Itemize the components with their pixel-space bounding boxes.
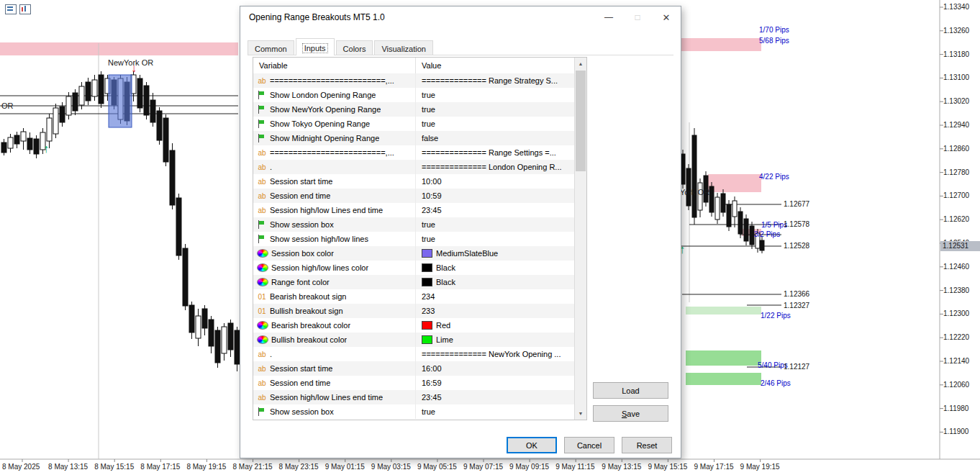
variable-value[interactable]: 10:00 xyxy=(416,174,574,189)
variable-value[interactable]: ============== Range Strategy S... xyxy=(416,73,574,88)
input-row[interactable]: Show session high/low linestrue xyxy=(253,232,574,246)
candle-body xyxy=(8,137,13,148)
chart-window-icon[interactable] xyxy=(19,4,31,14)
variable-value[interactable]: 233 xyxy=(416,304,574,318)
variable-name: =========================,... xyxy=(270,76,394,85)
value-text: Black xyxy=(436,278,455,286)
input-row[interactable]: Show Midnight Opening Rangefalse xyxy=(253,131,574,145)
input-row[interactable]: abSession start time10:00 xyxy=(253,174,574,189)
color-swatch xyxy=(422,335,432,344)
icon-bar xyxy=(24,6,26,12)
variable-name: =========================,... xyxy=(270,148,394,157)
close-icon[interactable]: ✕ xyxy=(652,6,681,28)
maximize-icon: □ xyxy=(623,6,652,28)
input-row[interactable]: 01Bullish breakout sign233 xyxy=(253,304,574,318)
load-button[interactable]: Load xyxy=(593,382,668,399)
value-text: ============== Range Settings =... xyxy=(422,148,556,157)
input-row[interactable]: abSession high/low Lines end time23:45 xyxy=(253,203,574,217)
input-row[interactable]: 01Bearish breakout sign234 xyxy=(253,289,574,304)
input-row[interactable]: Bullish breakout colorLime xyxy=(253,332,574,347)
minimize-icon[interactable]: — xyxy=(594,6,623,28)
color-wheel-icon xyxy=(257,335,268,344)
variable-value[interactable]: 16:59 xyxy=(416,376,574,390)
reset-button[interactable]: Reset xyxy=(622,437,672,453)
table-header: Variable Value xyxy=(253,58,586,74)
candle-body xyxy=(189,305,194,332)
variable-name: Session box color xyxy=(271,249,334,258)
candle-body xyxy=(698,183,702,210)
tab-common[interactable]: Common xyxy=(248,40,294,55)
dialog-titlebar[interactable]: Opening Range Breakouts MT5 1.0 — □ ✕ xyxy=(240,6,681,28)
chart-list-icon[interactable] xyxy=(5,4,17,14)
variable-value[interactable]: false xyxy=(416,131,574,145)
variable-value[interactable]: ============== London Opening R... xyxy=(416,160,574,174)
scroll-up-icon[interactable]: ▲ xyxy=(575,58,586,70)
candle-body xyxy=(709,186,714,212)
variable-value[interactable]: true xyxy=(416,404,574,419)
cancel-button[interactable]: Cancel xyxy=(564,437,614,453)
input-row[interactable]: ab=========================,...=========… xyxy=(253,145,574,160)
inputs-table: Variable Value ab=======================… xyxy=(253,57,587,420)
variable-value[interactable]: true xyxy=(416,102,574,117)
save-button[interactable]: Save xyxy=(593,405,668,422)
variable-value[interactable]: ============== NewYork Opening ... xyxy=(416,347,574,361)
variable-value[interactable]: true xyxy=(416,217,574,232)
tab-colors[interactable]: Colors xyxy=(336,40,373,55)
tab-inputs[interactable]: Inputs xyxy=(296,38,335,55)
integer-icon: 01 xyxy=(257,293,267,301)
variable-value[interactable]: true xyxy=(416,88,574,102)
input-row[interactable]: Show London Opening Rangetrue xyxy=(253,88,574,102)
input-row[interactable]: abSession end time10:59 xyxy=(253,189,574,203)
candle-body xyxy=(99,75,104,104)
vertical-scrollbar[interactable]: ▲ ▼ xyxy=(574,58,586,420)
variable-value[interactable]: true xyxy=(416,117,574,131)
input-row[interactable]: abSession start time16:00 xyxy=(253,361,574,376)
input-row[interactable]: ab.============== London Opening R... xyxy=(253,160,574,174)
variable-value[interactable]: 10:59 xyxy=(416,189,574,203)
range-band xyxy=(686,350,761,366)
variable-value[interactable]: 16:00 xyxy=(416,361,574,376)
candle-body xyxy=(21,132,26,141)
value-text: 16:00 xyxy=(422,364,442,373)
input-row[interactable]: Range font colorBlack xyxy=(253,275,574,289)
input-row[interactable]: Show session boxtrue xyxy=(253,217,574,232)
input-row[interactable]: abSession end time16:59 xyxy=(253,376,574,390)
variable-value[interactable]: Lime xyxy=(416,332,574,347)
variable-value[interactable]: MediumSlateBlue xyxy=(416,246,574,261)
input-row[interactable]: ab=========================,...=========… xyxy=(253,73,574,88)
dialog-tabs: CommonInputsColorsVisualization xyxy=(248,40,673,55)
scrollbar-thumb[interactable] xyxy=(576,71,586,171)
candle-body xyxy=(222,327,227,353)
variable-value[interactable]: 234 xyxy=(416,289,574,304)
ok-button[interactable]: OK xyxy=(507,437,557,453)
candle-body xyxy=(235,330,240,364)
variable-name: Session start time xyxy=(270,364,332,373)
tab-visualization[interactable]: Visualization xyxy=(374,40,433,55)
color-swatch xyxy=(422,263,432,272)
variable-value[interactable]: Black xyxy=(416,275,574,289)
variable-value[interactable]: 23:45 xyxy=(416,390,574,404)
input-row[interactable]: ab.============== NewYork Opening ... xyxy=(253,347,574,361)
input-row[interactable]: Show NewYork Opening Rangetrue xyxy=(253,102,574,117)
candle-body xyxy=(209,320,214,346)
value-text: true xyxy=(422,91,435,99)
input-row[interactable]: abSession high/low Lines end time23:45 xyxy=(253,390,574,404)
column-header-variable[interactable]: Variable xyxy=(253,58,416,73)
scroll-down-icon[interactable]: ▼ xyxy=(575,407,586,420)
column-header-value[interactable]: Value xyxy=(416,58,586,73)
variable-value[interactable]: Black xyxy=(416,261,574,275)
candle-body xyxy=(756,233,760,248)
range-band xyxy=(679,38,761,51)
input-row[interactable]: Bearish breakout colorRed xyxy=(253,318,574,332)
variable-value[interactable]: Red xyxy=(416,318,574,332)
input-row[interactable]: Show Tokyo Opening Rangetrue xyxy=(253,117,574,131)
variable-value[interactable]: 23:45 xyxy=(416,203,574,217)
input-row[interactable]: Session box colorMediumSlateBlue xyxy=(253,246,574,261)
value-text: ============== Range Strategy S... xyxy=(422,76,558,85)
text-icon: ab xyxy=(257,350,267,358)
input-row[interactable]: Show session boxtrue xyxy=(253,404,574,419)
candle-body xyxy=(686,168,691,206)
variable-value[interactable]: true xyxy=(416,232,574,246)
variable-value[interactable]: ============== Range Settings =... xyxy=(416,145,574,160)
input-row[interactable]: Session high/low lines colorBlack xyxy=(253,261,574,275)
